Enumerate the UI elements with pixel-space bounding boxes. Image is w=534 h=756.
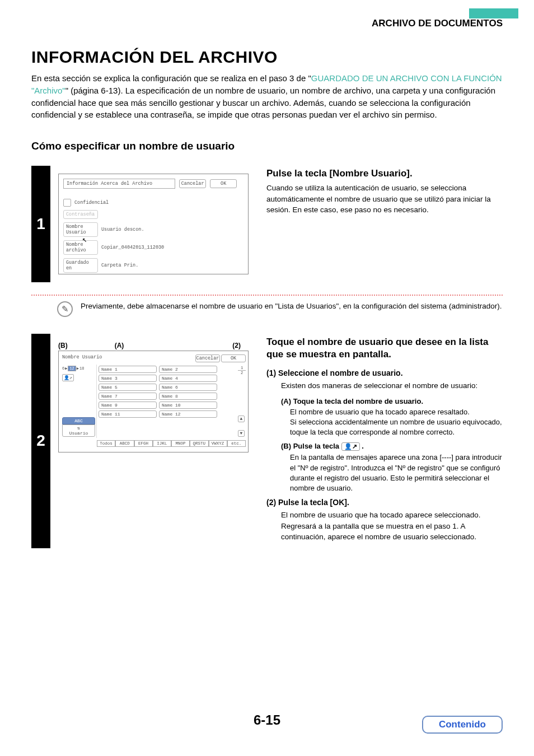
- page-indicator-top: 1: [238, 366, 246, 370]
- updown-icon: ⇅: [77, 426, 80, 431]
- confidential-checkbox[interactable]: [63, 199, 71, 207]
- name-cell[interactable]: Name 4: [159, 375, 217, 382]
- name-cell[interactable]: Name 2: [159, 366, 217, 373]
- user-tab[interactable]: ⇅Usuario: [62, 424, 95, 437]
- annot-b: (B): [58, 342, 77, 349]
- name-cell[interactable]: Name 5: [99, 384, 157, 391]
- name-cell[interactable]: Name 1: [99, 366, 157, 373]
- fig2-bottom-tabs: Todos ABCD EFGH IJKL MNOP QRSTU VWXYZ et…: [61, 440, 246, 447]
- step-2-sub1-heading: (1) Seleccione el nombre de usuario.: [266, 368, 503, 377]
- filter-tab[interactable]: VWXYZ: [209, 440, 227, 447]
- step-2-opt-a-heading: (A) Toque la tecla del nombre de usuario…: [281, 397, 503, 405]
- step-2-sub2-body: El nombre de usuario que ha tocado apare…: [281, 510, 503, 543]
- note-row: ✎ Previamente, debe almacenarse el nombr…: [31, 301, 503, 317]
- filter-tab[interactable]: Todos: [97, 440, 115, 447]
- filename-button[interactable]: Nombre archivo: [63, 240, 98, 255]
- step-1-figure: Información Acerca del Archivo Cancelar …: [58, 174, 249, 274]
- step-2-sub2-heading: (2) Pulse la tecla [OK].: [266, 498, 503, 507]
- name-cell[interactable]: Name 9: [99, 402, 157, 409]
- step-2-opt-a-body: El nombre de usuario que ha tocado apare…: [290, 407, 503, 438]
- fig2-name-grid: Name 1Name 2 Name 3Name 4 Name 5Name 6 N…: [97, 365, 238, 438]
- header-accent: [469, 8, 518, 18]
- step-2-annotation: (B) (A) (2): [58, 342, 249, 349]
- scroll-up-button[interactable]: ▲: [238, 416, 245, 422]
- range-12[interactable]: 12: [68, 366, 76, 371]
- page-title: INFORMACIÓN DEL ARCHIVO: [31, 48, 503, 67]
- filter-tab[interactable]: IJKL: [153, 440, 171, 447]
- fig1-cancel-button[interactable]: Cancelar: [179, 179, 206, 188]
- annot-2: (2): [161, 342, 249, 349]
- filter-tab[interactable]: ABCD: [115, 440, 134, 447]
- fig2-title: Nombre Usuario: [61, 354, 194, 362]
- name-cell[interactable]: Name 11: [99, 410, 157, 418]
- dotted-divider: [31, 295, 503, 296]
- step-1-row: 1 Información Acerca del Archivo Cancela…: [31, 166, 503, 282]
- step-2-row: 2 (B) (A) (2) Nombre Usuario Cancelar OK…: [31, 334, 503, 548]
- user-tab-label: Usuario: [69, 431, 88, 436]
- name-cell[interactable]: Name 8: [159, 393, 217, 400]
- name-cell[interactable]: Name 7: [99, 393, 157, 400]
- fig2-cancel-button[interactable]: Cancelar: [195, 354, 220, 362]
- step-1-heading: Pulse la tecla [Nombre Usuario].: [266, 168, 503, 179]
- filter-tab[interactable]: QRSTU: [190, 440, 208, 447]
- contents-button[interactable]: Contenido: [422, 716, 503, 734]
- username-button[interactable]: Nombre Usuario: [63, 222, 98, 237]
- fig1-title: Información Acerca del Archivo: [63, 179, 175, 189]
- chevron-right-icon: ▶: [77, 366, 79, 371]
- step-2-opt-b-body: En la pantalla de mensajes aparece una z…: [290, 452, 503, 493]
- note-text: Previamente, debe almacenarse el nombre …: [81, 301, 502, 312]
- annot-a: (A): [77, 342, 161, 349]
- fig2-sidebar: 6▶ 12▶ 18 👤↗ ABC ⇅Usuario: [61, 365, 97, 438]
- filter-tab[interactable]: MNOP: [171, 440, 190, 447]
- filename-value: Copiar_04042013_112030: [101, 245, 164, 250]
- user-search-icon[interactable]: 👤↗: [62, 374, 74, 381]
- scroll-down-button[interactable]: ▼: [238, 430, 245, 437]
- savedto-button[interactable]: Guardado en: [63, 258, 98, 273]
- step-2-number: 2: [31, 334, 50, 548]
- pencil-icon: ✎: [57, 301, 73, 317]
- savedto-value: Carpeta Prin.: [101, 263, 138, 268]
- fig2-ok-button[interactable]: OK: [221, 354, 246, 362]
- step-1-text: Pulse la tecla [Nombre Usuario]. Cuando …: [263, 166, 503, 282]
- section-header: ARCHIVO DE DOCUMENTOS: [372, 18, 503, 29]
- chevron-right-icon: ▶: [65, 366, 67, 371]
- name-cell[interactable]: Name 12: [159, 410, 217, 418]
- confidential-label: Confidencial: [74, 200, 109, 206]
- intro-text-1: En esta sección se explica la configurac…: [31, 73, 311, 83]
- range-6: 6: [62, 366, 64, 371]
- step-2-figure-area: (B) (A) (2) Nombre Usuario Cancelar OK 6…: [50, 334, 263, 548]
- fig2-scroll: 1 2 ▲ ▼: [238, 365, 246, 438]
- step-1-number: 1: [31, 166, 50, 282]
- name-cell[interactable]: Name 6: [159, 384, 217, 391]
- step-1-body: Cuando se utiliza la autenticación de us…: [266, 183, 503, 216]
- range-18: 18: [79, 366, 84, 371]
- subheading: Cómo especificar un nombre de usuario: [31, 140, 503, 152]
- username-value: Usuario descon.: [101, 227, 144, 232]
- step-2-figure: Nombre Usuario Cancelar OK 6▶ 12▶ 18 👤↗ …: [58, 351, 249, 452]
- intro-text-2: " (página 6-13). La especificación de un…: [31, 86, 495, 120]
- filter-tab[interactable]: etc.: [227, 440, 246, 447]
- user-search-icon-inline: 👤↗: [341, 442, 360, 451]
- opt-b-text-2: .: [360, 442, 364, 450]
- fig1-ok-button[interactable]: OK: [210, 179, 237, 188]
- password-button[interactable]: Contraseña: [63, 210, 98, 219]
- name-cell[interactable]: Name 3: [99, 375, 157, 382]
- step-1-figure-area: Información Acerca del Archivo Cancelar …: [50, 166, 263, 282]
- abc-tab[interactable]: ABC: [62, 417, 95, 424]
- cursor-icon: ↖: [82, 235, 87, 244]
- step-2-heading: Toque el nombre de usuario que desee en …: [266, 336, 503, 361]
- intro-paragraph: En esta sección se explica la configurac…: [31, 72, 503, 121]
- step-2-opt-b-heading: (B) Pulse la tecla 👤↗ .: [281, 442, 503, 451]
- page-indicator-bottom: 2: [238, 370, 246, 375]
- step-2-sub1-body: Existen dos maneras de seleccionar el no…: [281, 380, 503, 391]
- filter-tab[interactable]: EFGH: [134, 440, 153, 447]
- step-2-text: Toque el nombre de usuario que desee en …: [263, 334, 503, 548]
- opt-b-text-1: (B) Pulse la tecla: [281, 442, 341, 450]
- name-cell[interactable]: Name 10: [159, 402, 217, 409]
